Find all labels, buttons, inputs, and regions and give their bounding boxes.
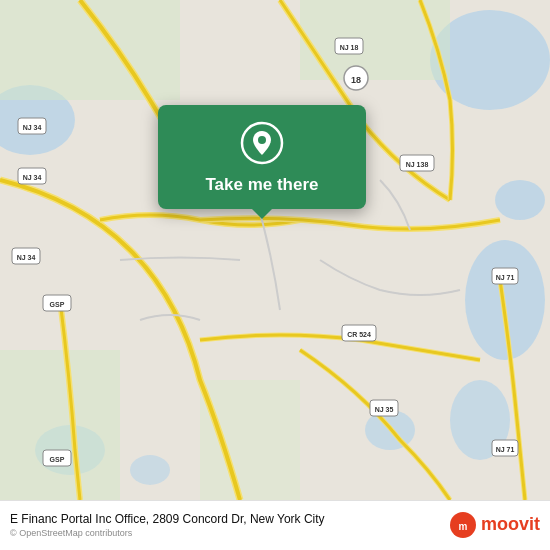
moovit-logo: m moovit bbox=[449, 511, 540, 539]
svg-text:18: 18 bbox=[351, 75, 361, 85]
svg-text:NJ 34: NJ 34 bbox=[23, 124, 42, 131]
svg-text:NJ 71: NJ 71 bbox=[496, 274, 515, 281]
take-me-there-label: Take me there bbox=[205, 175, 318, 195]
address-text: E Financ Portal Inc Office, 2809 Concord… bbox=[10, 512, 449, 526]
svg-point-4 bbox=[495, 180, 545, 220]
svg-text:m: m bbox=[459, 521, 468, 532]
footer: E Financ Portal Inc Office, 2809 Concord… bbox=[0, 500, 550, 550]
svg-text:GSP: GSP bbox=[50, 301, 65, 308]
svg-text:GSP: GSP bbox=[50, 456, 65, 463]
svg-text:NJ 34: NJ 34 bbox=[23, 174, 42, 181]
location-pin-icon bbox=[240, 121, 284, 165]
moovit-brand-icon: m bbox=[449, 511, 477, 539]
svg-rect-12 bbox=[200, 380, 300, 500]
svg-rect-11 bbox=[0, 350, 120, 500]
svg-text:NJ 138: NJ 138 bbox=[406, 161, 429, 168]
attribution-text: © OpenStreetMap contributors bbox=[10, 528, 449, 538]
map-container: NJ 34 NJ 34 NJ 34 NJ 138 NJ 18 NJ 71 NJ … bbox=[0, 0, 550, 500]
moovit-wordmark: moovit bbox=[481, 514, 540, 535]
svg-text:NJ 35: NJ 35 bbox=[375, 406, 394, 413]
map-popup[interactable]: Take me there bbox=[158, 105, 366, 209]
svg-point-8 bbox=[130, 455, 170, 485]
svg-text:NJ 18: NJ 18 bbox=[340, 44, 359, 51]
svg-point-38 bbox=[258, 136, 266, 144]
svg-text:NJ 34: NJ 34 bbox=[17, 254, 36, 261]
svg-text:NJ 71: NJ 71 bbox=[496, 446, 515, 453]
svg-text:CR 524: CR 524 bbox=[347, 331, 371, 338]
